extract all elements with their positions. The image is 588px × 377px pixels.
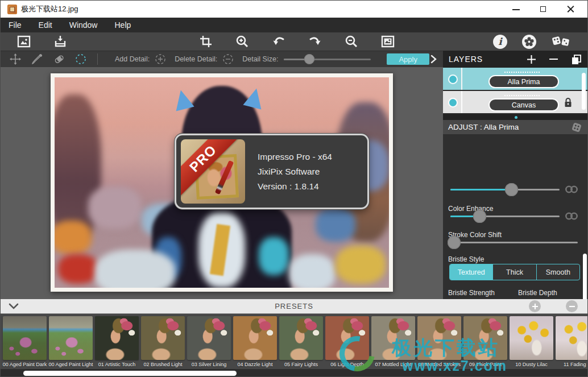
preset-thumbnail[interactable]	[95, 316, 139, 360]
preset-thumbnail[interactable]	[187, 316, 231, 360]
duplicate-layer-icon[interactable]	[571, 54, 582, 65]
adjust-title: ADJUST : Alla Prima	[448, 123, 519, 131]
add-detail-label: Add Detail:	[115, 55, 150, 63]
info-icon[interactable]: i	[493, 35, 507, 49]
preset-item[interactable]: 08 Mottled Strokes	[417, 314, 462, 369]
preset-thumbnail[interactable]	[279, 316, 323, 360]
layers-page-indicator	[443, 114, 588, 120]
preset-thumbnail[interactable]	[371, 316, 415, 360]
maximize-button[interactable]	[540, 5, 548, 13]
move-tool[interactable]	[8, 52, 23, 66]
menu-bar: FileEditWindowHelp	[1, 18, 587, 32]
crop-icon[interactable]	[197, 34, 214, 49]
detail-toolbar: Add Detail: Delete Detail: Detail Size: …	[1, 51, 443, 67]
layer-drag-handle[interactable]	[504, 72, 540, 73]
image-frame-filled-icon[interactable]	[379, 34, 396, 49]
zoom-out-icon[interactable]	[343, 34, 360, 49]
preset-item[interactable]: 00 Aged Paint Light	[48, 314, 93, 369]
preset-thumbnail[interactable]	[325, 316, 369, 360]
preset-item[interactable]: 02 Brushed Light	[140, 314, 185, 369]
bristle-style-option-smooth[interactable]: Smooth	[537, 264, 579, 280]
preset-item[interactable]: 09 Thick Paint	[463, 314, 508, 369]
delete-detail-label: Delete Detail:	[175, 55, 217, 63]
delete-detail-icon[interactable]	[222, 53, 234, 65]
about-line-company: JixiPix Software	[258, 164, 332, 179]
preset-label: 11 Fading Li	[564, 362, 588, 367]
preset-item[interactable]: 03 Silver Lining	[187, 314, 231, 369]
image-frame-icon[interactable]	[15, 34, 32, 49]
preset-label: 02 Brushed Light	[143, 362, 182, 367]
layers-scrollbar[interactable]	[582, 73, 586, 110]
preset-item[interactable]: 07 Mottled Light	[371, 314, 416, 369]
minimize-button[interactable]	[512, 5, 520, 13]
artwork-canvas[interactable]: PRO Impresso Pro - x64 JixiPix Software …	[51, 73, 393, 292]
preset-label: 01 Artistic Touch	[98, 362, 135, 367]
add-detail-icon[interactable]	[154, 53, 167, 65]
add-layer-icon[interactable]	[527, 55, 536, 64]
menu-item-help[interactable]: Help	[114, 20, 131, 30]
save-tray-icon[interactable]	[52, 34, 69, 49]
preset-thumbnail[interactable]	[463, 316, 507, 360]
brush-tool[interactable]	[30, 52, 45, 66]
preset-item[interactable]: 06 Light Depth	[325, 314, 370, 369]
paint-amount-slider[interactable]	[450, 182, 560, 197]
layer-row-canvas[interactable]: Canvas	[443, 91, 588, 114]
detail-size-label: Detail Size:	[242, 55, 278, 63]
layer-name-pill[interactable]: Alla Prima	[488, 75, 559, 88]
layer-visibility-toggle[interactable]	[448, 74, 458, 84]
preset-item[interactable]: 11 Fading Li	[555, 314, 588, 369]
remove-layer-icon[interactable]	[549, 57, 558, 61]
preset-thumbnail[interactable]	[233, 316, 277, 360]
layer-drag-handle[interactable]	[504, 95, 540, 96]
adjust-header: ADJUST : Alla Prima	[443, 120, 588, 134]
preset-label: 07 Mottled Light	[375, 362, 411, 367]
preset-item[interactable]: 04 Dazzle Light	[233, 314, 278, 369]
close-button[interactable]	[567, 5, 575, 13]
window-title: 极光下载站12.jpg	[21, 4, 78, 14]
preset-label: 03 Silver Lining	[192, 362, 227, 367]
detail-size-slider[interactable]	[284, 52, 371, 67]
link-icon[interactable]	[564, 210, 579, 222]
presets-scrollbar[interactable]	[23, 371, 237, 376]
preset-item[interactable]: 10 Dusty Lilac	[509, 314, 554, 369]
preset-thumbnail[interactable]	[141, 316, 185, 360]
menu-item-edit[interactable]: Edit	[39, 20, 52, 30]
randomize-die-icon[interactable]	[570, 121, 583, 134]
remove-preset-button[interactable]	[566, 300, 578, 312]
bristle-style-option-thick[interactable]: Thick	[493, 264, 536, 280]
preset-thumbnail[interactable]	[49, 316, 93, 360]
undo-icon[interactable]	[270, 34, 287, 49]
right-panel: LAYERS Alla Prima Canvas ADJUST : Alla P…	[443, 51, 588, 299]
lock-icon	[564, 97, 573, 108]
layer-visibility-toggle[interactable]	[448, 98, 458, 107]
eraser-tool[interactable]	[52, 52, 67, 66]
preset-thumbnail[interactable]	[417, 316, 461, 360]
redo-icon[interactable]	[307, 34, 324, 49]
preset-item[interactable]: 00 Aged Paint Dark	[2, 314, 47, 369]
stroke-color-shift-slider[interactable]	[450, 235, 578, 250]
preset-label: 09 Thick Paint	[469, 362, 502, 367]
presets-scroll-track	[1, 369, 587, 377]
preset-item[interactable]: 05 Fairy Lights	[279, 314, 324, 369]
gear-icon[interactable]	[522, 35, 536, 49]
link-icon[interactable]	[564, 184, 579, 195]
zoom-in-icon[interactable]	[234, 34, 251, 49]
dice-pair-icon[interactable]	[551, 34, 570, 49]
preset-item[interactable]: 01 Artistic Touch	[94, 314, 139, 369]
add-preset-button[interactable]	[529, 300, 541, 312]
lasso-tool[interactable]	[74, 52, 89, 66]
apply-button[interactable]: Apply	[387, 53, 429, 65]
preset-label: 08 Mottled Strokes	[418, 362, 461, 367]
menu-item-file[interactable]: File	[9, 20, 22, 30]
layers-title: LAYERS	[449, 55, 483, 64]
expand-panel-chevron-icon[interactable]	[429, 54, 437, 64]
color-enhance-slider[interactable]	[450, 209, 560, 223]
layer-row-alla-prima[interactable]: Alla Prima	[443, 68, 588, 91]
menu-item-window[interactable]: Window	[69, 20, 98, 30]
preset-thumbnail[interactable]	[510, 316, 553, 360]
app-window: { "window": { "title": "极光下载站12.jpg" }, …	[0, 0, 588, 377]
preset-thumbnail[interactable]	[3, 316, 47, 360]
layer-name-pill[interactable]: Canvas	[488, 98, 559, 111]
preset-thumbnail[interactable]	[556, 316, 588, 360]
bristle-style-option-textured[interactable]: Textured	[450, 264, 493, 280]
